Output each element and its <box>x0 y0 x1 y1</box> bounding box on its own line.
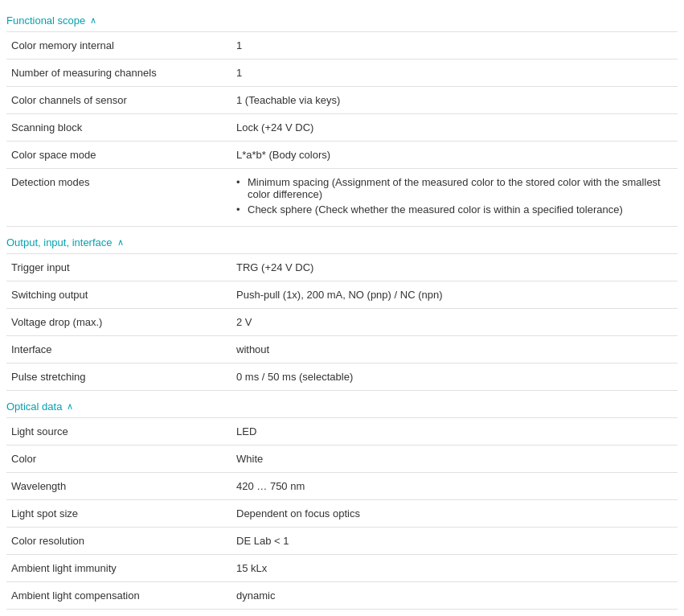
row-value-list: Minimum spacing (Assignment of the measu… <box>236 176 673 216</box>
spec-container: Functional scope∧Color memory internal1N… <box>0 0 684 616</box>
table-row: Wavelength420 … 750 nm <box>6 473 678 500</box>
table-row: Pulse stretching0 ms / 50 ms (selectable… <box>6 363 678 391</box>
list-item: Check sphere (Check whether the measured… <box>236 203 673 216</box>
row-value: Lock (+24 V DC) <box>231 114 678 142</box>
table-row: Color resolutionDE Lab < 1 <box>6 528 678 555</box>
table-row: Color space modeL*a*b* (Body colors) <box>6 142 678 169</box>
table-row: Number of measuring channels1 <box>6 60 678 87</box>
row-label: Light spot size <box>6 500 231 528</box>
row-label: Voltage drop (max.) <box>6 309 231 336</box>
row-value: Dependent on focus optics <box>231 500 678 528</box>
row-label: Wavelength <box>6 473 231 500</box>
row-label: Interface <box>6 336 231 363</box>
table-row: Switching outputPush-pull (1x), 200 mA, … <box>6 281 678 309</box>
row-label: Detection modes <box>6 169 231 227</box>
row-value: L*a*b* (Body colors) <box>231 142 678 169</box>
chevron-icon-output-input-interface: ∧ <box>117 237 124 248</box>
row-value: White <box>231 446 678 473</box>
row-label: Trigger input <box>6 254 231 281</box>
table-row: Scanning blockLock (+24 V DC) <box>6 114 678 142</box>
table-row: Color channels of sensor1 (Teachable via… <box>6 87 678 114</box>
table-row: Light sourceLED <box>6 418 678 446</box>
row-value: 2 V <box>231 309 678 336</box>
row-label: Light source <box>6 418 231 446</box>
row-value: dynamic <box>231 582 678 610</box>
row-label: Color channels of sensor <box>6 87 231 114</box>
table-row: Interfacewithout <box>6 336 678 363</box>
row-label: Color space mode <box>6 142 231 169</box>
row-value: 1 <box>231 60 678 87</box>
table-row: ColorWhite <box>6 446 678 473</box>
row-value: Minimum spacing (Assignment of the measu… <box>231 169 678 227</box>
row-label: Scanning block <box>6 114 231 142</box>
row-value: Push-pull (1x), 200 mA, NO (pnp) / NC (n… <box>231 281 678 309</box>
row-value: without <box>231 336 678 363</box>
row-value: 15 kLx <box>231 555 678 582</box>
table-row: Light spot sizeDependent on focus optics <box>6 500 678 528</box>
table-row: Ambient light compensationdynamic <box>6 582 678 610</box>
section-title-optical-data: Optical data <box>6 400 62 413</box>
chevron-icon-functional-scope: ∧ <box>90 15 96 26</box>
row-value: TRG (+24 V DC) <box>231 254 678 281</box>
table-row: Detection modesMinimum spacing (Assignme… <box>6 169 678 227</box>
section-title-output-input-interface: Output, input, interface <box>6 236 113 248</box>
row-value: 420 … 750 nm <box>231 473 678 500</box>
row-label: Color resolution <box>6 528 231 555</box>
table-row: Color memory internal1 <box>6 32 678 60</box>
row-value: 0 ms / 50 ms (selectable) <box>231 363 678 391</box>
chevron-icon-optical-data: ∧ <box>67 401 73 412</box>
section-table-output-input-interface: Trigger inputTRG (+24 V DC)Switching out… <box>6 253 678 391</box>
row-value: DE Lab < 1 <box>231 528 678 555</box>
row-value: 1 (Teachable via keys) <box>231 87 678 114</box>
table-row: Voltage drop (max.)2 V <box>6 309 678 336</box>
section-table-optical-data: Light sourceLEDColorWhiteWavelength420 …… <box>6 417 678 610</box>
row-label: Color <box>6 446 231 473</box>
section-header-optical-data[interactable]: Optical data∧ <box>6 394 678 417</box>
table-row: Trigger inputTRG (+24 V DC) <box>6 254 678 281</box>
row-label: Ambient light compensation <box>6 582 231 610</box>
section-table-functional-scope: Color memory internal1Number of measurin… <box>6 31 678 227</box>
row-label: Color memory internal <box>6 32 231 60</box>
row-label: Ambient light immunity <box>6 555 231 582</box>
table-row: Ambient light immunity15 kLx <box>6 555 678 582</box>
list-item: Minimum spacing (Assignment of the measu… <box>236 176 673 200</box>
row-value: 1 <box>231 32 678 60</box>
row-value: LED <box>231 418 678 446</box>
section-title-functional-scope: Functional scope <box>6 14 85 27</box>
section-header-output-input-interface[interactable]: Output, input, interface∧ <box>6 230 678 253</box>
row-label: Pulse stretching <box>6 363 231 391</box>
row-label: Number of measuring channels <box>6 60 231 87</box>
row-label: Switching output <box>6 281 231 309</box>
section-header-functional-scope[interactable]: Functional scope∧ <box>6 8 678 31</box>
